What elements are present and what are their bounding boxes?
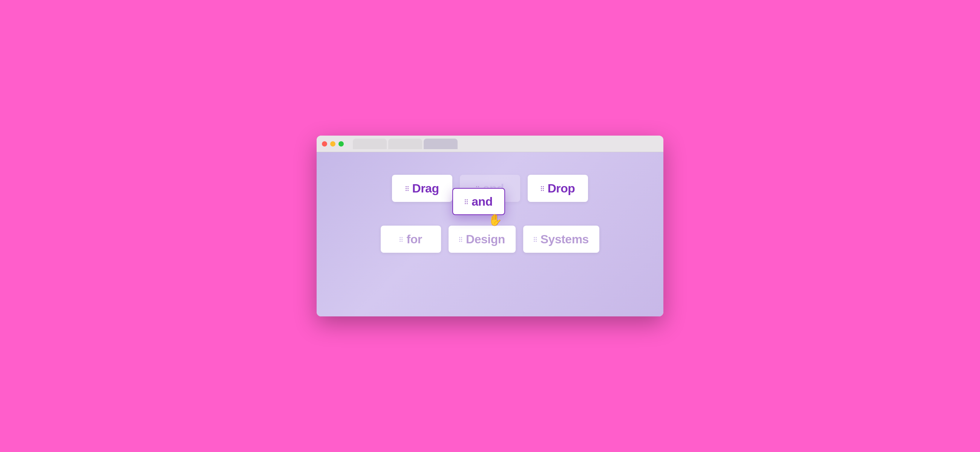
drag-handle-drag [406, 186, 409, 191]
drag-handle-drop [541, 186, 544, 191]
word-drop: Drop [548, 182, 575, 195]
tab-1[interactable] [353, 139, 387, 149]
word-card-and-floating[interactable]: and [452, 188, 505, 215]
word-systems: Systems [541, 232, 589, 246]
drag-handle-systems [534, 237, 537, 242]
word-design: Design [466, 232, 505, 246]
tab-3-active[interactable] [424, 139, 458, 149]
drag-handle-design [459, 237, 462, 242]
word-card-design[interactable]: Design [449, 226, 515, 253]
browser-content: Drag and Drop a [317, 152, 663, 316]
minimize-button[interactable] [330, 141, 336, 146]
close-button[interactable] [322, 141, 327, 146]
grab-cursor: ✋ [488, 213, 502, 226]
word-card-systems[interactable]: Systems [523, 226, 599, 253]
word-card-for[interactable]: for [381, 226, 441, 253]
word-card-drop[interactable]: Drop [528, 175, 588, 202]
word-card-drag[interactable]: Drag [392, 175, 452, 202]
browser-window: Drag and Drop a [317, 136, 663, 316]
drag-handle-for [400, 237, 403, 242]
maximize-button[interactable] [339, 141, 344, 146]
word-and-floating: and [471, 195, 492, 209]
word-drag: Drag [412, 182, 439, 195]
drag-handle-and-floating [465, 199, 468, 204]
tab-2[interactable] [388, 139, 422, 149]
tabs-area [353, 139, 458, 149]
word-for: for [407, 232, 422, 246]
browser-titlebar [317, 136, 663, 152]
